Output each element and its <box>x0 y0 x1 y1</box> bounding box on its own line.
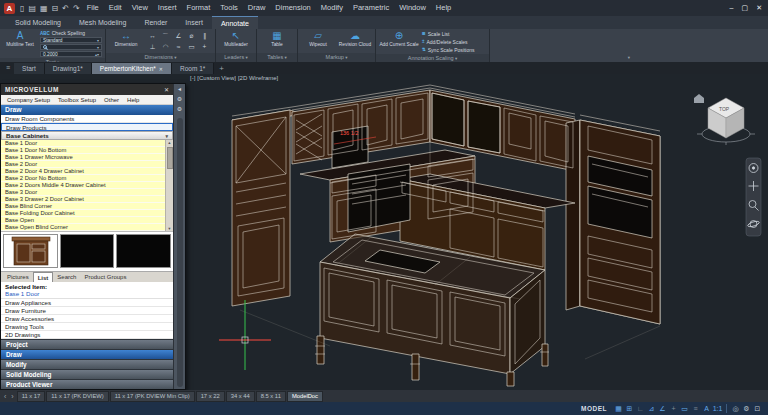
viewport-minimize-control[interactable]: [-] <box>190 75 195 81</box>
window-minimize-button[interactable]: – <box>730 4 734 12</box>
section-solid-modeling[interactable]: Solid Modeling <box>1 369 173 379</box>
angular-dimension-icon[interactable]: ∠ <box>172 30 185 41</box>
text-height-input[interactable]: 0.2000▴▾ <box>40 51 102 57</box>
sync-scale-positions-button[interactable]: ⇅ Sync Scale Positions <box>422 46 486 53</box>
menu-format[interactable]: Format <box>182 0 216 16</box>
clean-screen-icon[interactable]: ⊡ <box>752 402 763 415</box>
diameter-dimension-icon[interactable]: ⌀ <box>185 30 198 41</box>
ribbon-tab-insert[interactable]: Insert <box>176 16 212 29</box>
file-tab-room1[interactable]: Room 1* <box>172 63 214 74</box>
ribbon-tab-annotate[interactable]: Annotate <box>212 16 258 29</box>
product-item[interactable]: Base Open Blind Corner <box>1 224 173 231</box>
layout-tab-modeldoc[interactable]: ModelDoc <box>287 391 323 402</box>
multiline-text-button[interactable]: A Multiline Text <box>3 30 37 47</box>
product-list-scrollbar[interactable]: ▴ ▾ <box>165 140 173 231</box>
isolate-objects-icon[interactable]: ◎ <box>730 402 741 415</box>
dimension-style-icon[interactable]: ▭ <box>185 41 198 52</box>
palette-menu-help[interactable]: Help <box>124 95 142 104</box>
section-draw[interactable]: Draw <box>1 349 173 359</box>
list-item-2d-drawings[interactable]: 2D Drawings <box>1 331 173 339</box>
panel-label-leaders[interactable]: Leaders <box>216 53 256 62</box>
panel-label-dimensions[interactable]: Dimensions <box>106 53 215 62</box>
menu-view[interactable]: View <box>127 0 153 16</box>
menu-edit[interactable]: Edit <box>104 0 127 16</box>
list-item-draw-accessories[interactable]: Draw Accessories <box>1 315 173 323</box>
new-tab-button[interactable]: + <box>214 63 229 74</box>
product-thumbnail[interactable] <box>60 234 115 268</box>
tab-search[interactable]: Search <box>53 272 80 282</box>
file-tab-menu-icon[interactable]: ≡ <box>2 62 14 74</box>
palette-menu-other[interactable]: Other <box>101 95 122 104</box>
arc-dimension-icon[interactable]: ⌒ <box>159 30 172 41</box>
layout-tab[interactable]: 11 x 17 (PK DVIEW) <box>46 391 108 402</box>
dimension-button[interactable]: ↔ Dimension <box>109 30 143 47</box>
layout-tab[interactable]: 8.5 x 11 <box>256 391 286 402</box>
product-item[interactable]: Base 1 Door <box>1 140 173 147</box>
product-item[interactable]: Base Blind Corner <box>1 203 173 210</box>
plot-icon[interactable]: ⊟ <box>50 4 61 13</box>
window-restore-button[interactable]: ▢ <box>742 4 749 12</box>
menu-modify[interactable]: Modify <box>316 0 348 16</box>
tab-close-icon[interactable]: ✕ <box>159 66 163 72</box>
layout-tab[interactable]: 34 x 44 <box>226 391 255 402</box>
tab-product-groups[interactable]: Product Groups <box>80 272 130 282</box>
app-logo-icon[interactable]: A <box>4 3 15 14</box>
navigation-bar[interactable] <box>746 158 761 236</box>
section-product-viewer[interactable]: Product Viewer <box>1 379 173 389</box>
annotation-visibility-icon[interactable]: A <box>701 402 712 415</box>
ortho-icon[interactable]: ∟ <box>635 402 646 415</box>
add-current-scale-button[interactable]: ⊕ Add Current Scale <box>379 30 419 47</box>
product-item[interactable]: Base 3 Door <box>1 189 173 196</box>
section-modify[interactable]: Modify <box>1 359 173 369</box>
file-tab-start[interactable]: Start <box>14 63 45 74</box>
panel-label-tables[interactable]: Tables <box>257 53 297 62</box>
window-close-button[interactable]: ✕ <box>756 4 762 12</box>
undo-icon[interactable]: ↶ <box>60 4 71 13</box>
object-snap-icon[interactable]: + <box>668 402 679 415</box>
list-item-draw-furniture[interactable]: Draw Furniture <box>1 307 173 315</box>
settings-gear-icon[interactable]: ⚙ <box>177 106 182 113</box>
section-project[interactable]: Project <box>1 339 173 349</box>
dynamic-input-icon[interactable]: ≡ <box>690 402 701 415</box>
list-item-draw-products[interactable]: Draw Products <box>1 123 173 131</box>
tab-pictures[interactable]: Pictures <box>3 272 33 282</box>
properties-gear-icon[interactable]: ⚙ <box>177 96 182 103</box>
redo-icon[interactable]: ↷ <box>71 4 82 13</box>
baseline-dimension-icon[interactable]: ∥ <box>198 30 211 41</box>
scroll-up-icon[interactable]: ▴ <box>168 140 170 145</box>
menu-tools[interactable]: Tools <box>215 0 243 16</box>
menu-dimension[interactable]: Dimension <box>270 0 315 16</box>
layout-tab[interactable]: 11 x 17 <box>17 391 46 402</box>
product-item[interactable]: Base Folding Door Cabinet <box>1 210 173 217</box>
quick-dimension-icon[interactable]: + <box>198 41 211 52</box>
menu-help[interactable]: Help <box>431 0 456 16</box>
new-file-icon[interactable]: ▯ <box>18 4 26 13</box>
tab-list[interactable]: List <box>33 272 54 282</box>
scrollbar-thumb[interactable] <box>167 147 173 169</box>
selected-item-value[interactable]: Base 1 Door <box>5 290 169 297</box>
radius-dimension-icon[interactable]: ◠ <box>159 41 172 52</box>
grid-icon[interactable]: ▦ <box>613 402 624 415</box>
palette-scroll-track[interactable] <box>177 118 183 387</box>
tolerance-icon[interactable]: ≈ <box>172 41 185 52</box>
save-icon[interactable]: ▦ <box>38 4 50 13</box>
layout-tab[interactable]: 11 x 17 (PK DVIEW Min Clip) <box>110 391 195 402</box>
list-item-drawing-tools[interactable]: Drawing Tools <box>1 323 173 331</box>
menu-file[interactable]: File <box>82 0 104 16</box>
multileader-button[interactable]: ↖ Multileader <box>219 30 253 47</box>
viewcube-top-label[interactable]: TOP <box>719 106 730 112</box>
text-search-input[interactable]: ▾ <box>40 44 102 50</box>
model-space-viewport[interactable]: [-] [Custom View] [2D Wireframe] <box>0 74 768 390</box>
customization-gear-icon[interactable]: ⚙ <box>741 402 752 415</box>
scale-list-button[interactable]: ≣ Scale List <box>422 30 486 37</box>
layout-tab[interactable]: 17 x 22 <box>196 391 225 402</box>
product-item[interactable]: Base 2 Door 4 Drawer Cabinet <box>1 168 173 175</box>
palette-titlebar[interactable]: MICROVELLUM ✕ <box>1 84 173 95</box>
isodraft-icon[interactable]: ∠ <box>657 402 668 415</box>
menu-insert[interactable]: Insert <box>153 0 182 16</box>
wipeout-button[interactable]: ▱ Wipeout <box>301 30 335 47</box>
product-item[interactable]: Base 1 Door No Bottom <box>1 147 173 154</box>
file-tab-pembertonkitchen[interactable]: PembertonKitchen*✕ <box>92 63 172 74</box>
viewport-visual-style-control[interactable]: [2D Wireframe] <box>238 75 278 81</box>
scroll-down-icon[interactable]: ▾ <box>168 226 170 231</box>
